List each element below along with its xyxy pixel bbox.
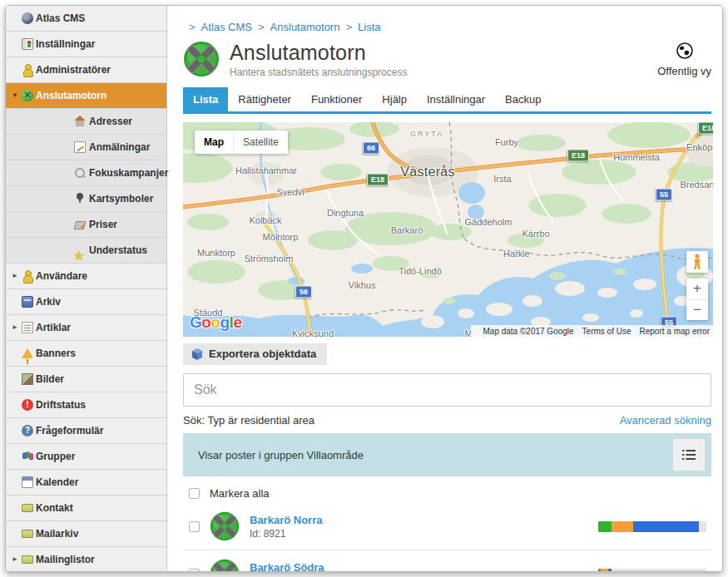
map-widget[interactable]: Map Satellite GRYTAHallstahammarVästerås…: [183, 122, 713, 337]
engine-green-icon: [22, 90, 33, 101]
chevron-right-icon: ►: [12, 315, 18, 340]
attribution-report-a-map-error[interactable]: Report a map error: [640, 327, 710, 336]
zoom-in-button[interactable]: +: [686, 279, 708, 299]
object-logo: [210, 559, 240, 571]
breadcrumb: >Atlas CMS>Anslutamotorn>Lista: [183, 6, 711, 33]
tab-hjalp[interactable]: Hjälp: [372, 87, 417, 111]
sidebar-item-installningar[interactable]: Inställningar: [6, 32, 166, 57]
list-icon: [682, 449, 696, 461]
road-badge-e18: E18: [567, 150, 589, 162]
map-label-vikhus: Vikhus: [349, 280, 376, 290]
person-yellow-icon: [22, 64, 33, 76]
sidebar-item-driftstatus[interactable]: Driftstatus: [6, 392, 166, 418]
row-checkbox[interactable]: [189, 569, 200, 572]
map-label-gryta: GRYTA: [410, 130, 443, 138]
attribution-terms-of-use[interactable]: Terms of Use: [582, 327, 631, 336]
breadcrumb-link-anslutamotorn[interactable]: Anslutamotorn: [270, 21, 340, 33]
select-all-label: Markera alla: [210, 487, 270, 500]
google-logo[interactable]: Google: [190, 313, 241, 332]
tab-rattigheter[interactable]: Rättigheter: [228, 87, 301, 111]
question-blue-icon: [22, 425, 33, 436]
sidebar-item-label: Fokuskampanjer: [89, 160, 168, 185]
map-label-munktorp: Munktorp: [197, 248, 235, 258]
map-zoom-control: + −: [686, 279, 708, 320]
map-label-vasteras: Västerås: [400, 165, 455, 180]
map-pin-icon: [74, 193, 86, 205]
sidebar-item-mailarkiv[interactable]: Mailarkiv: [6, 521, 166, 547]
sidebar-item-label: Understatus: [89, 238, 147, 263]
sidebar-item-grupper[interactable]: Grupper: [6, 444, 166, 470]
pegman-button[interactable]: [686, 251, 708, 273]
chevron-down-icon: ▼: [12, 83, 18, 108]
page-title: Anslutamotorn: [230, 41, 407, 65]
google-logo-letter: g: [220, 313, 230, 331]
sidebar-item-anvandare[interactable]: ►Användare: [6, 264, 166, 289]
alert-red-icon: [22, 399, 33, 411]
sidebar-item-label: Kontakt: [36, 496, 73, 520]
sidebar-item-kartsymboler[interactable]: Kartsymboler: [6, 186, 166, 212]
breadcrumb-link-lista[interactable]: Lista: [358, 21, 380, 33]
select-all-checkbox[interactable]: [189, 488, 200, 499]
zoom-out-button[interactable]: −: [686, 299, 708, 320]
object-name-link[interactable]: Barkarö Södra: [250, 561, 324, 572]
archive-blue-icon: [22, 296, 33, 308]
sidebar-item-banners[interactable]: Banners: [6, 341, 166, 367]
public-view-button[interactable]: Offentlig vy: [657, 41, 711, 77]
sidebar-item-label: Anslutamotorn: [36, 83, 106, 108]
sidebar-item-anmalningar[interactable]: Anmälningar: [6, 135, 166, 160]
sidebar: Atlas CMSInställningarAdministratörer▼An…: [6, 6, 167, 571]
export-object-data-button[interactable]: Exportera objektdata: [183, 343, 327, 365]
map-label-kolback: Kolbäck: [249, 215, 281, 225]
advanced-search-link[interactable]: Avancerad sökning: [620, 414, 711, 427]
sidebar-item-frageformular[interactable]: Frågeformulär: [6, 418, 166, 444]
price-tag-icon: [74, 219, 86, 230]
road-badge-56: 56: [295, 286, 312, 298]
search-input[interactable]: [183, 373, 711, 407]
object-text: Barkarö NorraId: 8921: [250, 514, 322, 540]
envelope-icon: [22, 555, 33, 564]
sidebar-item-bilder[interactable]: Bilder: [6, 367, 166, 392]
sidebar-item-artiklar[interactable]: ►Artiklar: [6, 315, 166, 341]
tab-installningar[interactable]: Inställningar: [417, 87, 495, 111]
globe-dark-icon: [22, 12, 33, 24]
tab-backup[interactable]: Backup: [495, 87, 551, 111]
sidebar-item-label: Adresser: [89, 109, 132, 134]
active-filter-text: Sök: Typ är residential area: [183, 414, 314, 427]
sidebar-item-priser[interactable]: Priser: [6, 212, 166, 238]
sidebar-item-atlas-cms[interactable]: Atlas CMS: [6, 6, 166, 32]
row-checkbox[interactable]: [189, 521, 200, 532]
pegman-icon: [691, 254, 703, 270]
sidebar-item-administratorer[interactable]: Administratörer: [6, 57, 166, 83]
map-type-control: Map Satellite: [195, 131, 288, 154]
sidebar-item-arkiv[interactable]: Arkiv: [6, 289, 166, 315]
map-button[interactable]: Map: [195, 131, 233, 154]
sidebar-item-kontakt[interactable]: Kontakt: [6, 496, 166, 521]
sidebar-item-label: Atlas CMS: [36, 6, 85, 31]
page-header: Anslutamotorn Hantera stadsnätets anslut…: [183, 41, 711, 78]
house-icon: [74, 116, 86, 127]
sidebar-item-adresser[interactable]: Adresser: [6, 109, 166, 135]
sidebar-item-mailinglistor[interactable]: ►Mailinglistor: [6, 547, 166, 572]
sidebar-item-fokuskampanjer[interactable]: Fokuskampanjer: [6, 160, 166, 186]
control-panel-icon: [22, 38, 33, 50]
map-label-tido-lindo: Tidö-Lindö: [399, 266, 442, 276]
object-name-link[interactable]: Barkarö Norra: [250, 514, 322, 526]
satellite-button[interactable]: Satellite: [233, 131, 288, 154]
sidebar-item-understatus[interactable]: Understatus: [6, 238, 166, 264]
sidebar-item-label: Bilder: [36, 367, 64, 392]
list-view-button[interactable]: [673, 439, 705, 471]
tab-funktioner[interactable]: Funktioner: [301, 87, 372, 111]
warning-triangle-icon: [22, 348, 33, 359]
calendar-icon: [22, 476, 33, 488]
sidebar-item-kalender[interactable]: Kalender: [6, 470, 166, 496]
map-label-barkaro: Barkarö: [391, 225, 423, 235]
sidebar-item-anslutamotorn[interactable]: ▼Anslutamotorn: [6, 83, 166, 109]
tab-lista[interactable]: Lista: [183, 87, 228, 111]
status-bar-segment: [633, 521, 699, 532]
breadcrumb-link-atlas-cms[interactable]: Atlas CMS: [201, 21, 252, 33]
status-bar-segment: [612, 521, 633, 532]
sidebar-item-label: Mailarkiv: [36, 521, 78, 546]
status-bar: [598, 521, 706, 532]
article-icon: [22, 322, 33, 333]
magnifier-icon: [74, 167, 86, 179]
